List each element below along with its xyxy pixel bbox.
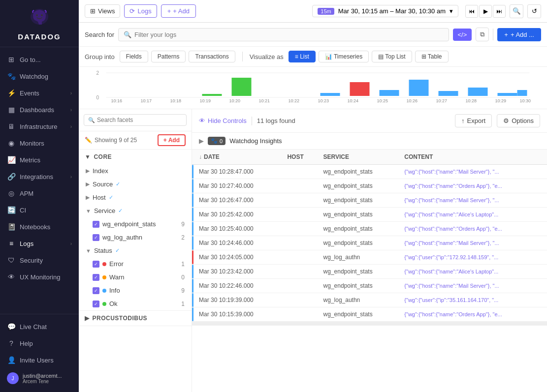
service-wg-endpoint[interactable]: ✓ wg_endpoint_stats 9 <box>79 217 192 231</box>
date-cell: Mar 30 10:24:05.000 <box>194 250 282 265</box>
user-profile[interactable]: J justin@arcemt... Arcem Tene <box>0 368 79 388</box>
viz-toplist-tab[interactable]: ▤ Top List <box>372 51 412 62</box>
viz-table-tab[interactable]: ⊞ Table <box>415 51 449 62</box>
table-row[interactable]: Mar 30 10:15:39.000 wg_endpoint_stats {"… <box>192 307 547 322</box>
ok-checkbox[interactable]: ✓ <box>93 301 99 307</box>
add-facet-button[interactable]: + Add <box>158 134 186 146</box>
table-row[interactable]: Mar 30 10:25:42.000 wg_endpoint_stats {"… <box>192 208 547 222</box>
content-cell[interactable]: {"wg":{"host":{"name":"Alice's Laptop"..… <box>399 265 547 279</box>
info-checkbox[interactable]: ✓ <box>93 287 99 294</box>
service-col-header[interactable]: SERVICE <box>319 150 400 165</box>
procustodibus-header[interactable]: ▶ PROCUSTODIBUS <box>79 311 192 326</box>
hide-controls-button[interactable]: 👁 Hide Controls <box>199 117 247 124</box>
options-button[interactable]: ⚙ Options <box>497 114 540 127</box>
time-range-picker[interactable]: 15m Mar 30, 10:15 am – Mar 30, 10:30 am … <box>312 5 458 17</box>
sidebar-item-infrastructure[interactable]: 🖥 Infrastructure › <box>0 118 79 135</box>
core-section-header[interactable]: ▼ CORE <box>79 150 192 164</box>
sidebar-item-security[interactable]: 🛡 Security <box>0 252 79 269</box>
status-warn[interactable]: ✓ Warn 0 <box>79 271 192 284</box>
content-cell[interactable]: {"wg":{"host":{"name":"Alice's Laptop"..… <box>399 208 547 222</box>
facet-source[interactable]: ▶ Source ✓ <box>79 178 192 191</box>
sidebar-item-logs[interactable]: ≡ Logs › <box>0 235 79 252</box>
content-cell[interactable]: {"wg":{"user":{"ip":"35.161.164.170", ".… <box>399 293 547 307</box>
status-ok[interactable]: ✓ Ok 1 <box>79 297 192 310</box>
sidebar-item-go-to...[interactable]: ⊞ Go to... <box>0 51 79 68</box>
error-checkbox[interactable]: ✓ <box>93 261 99 268</box>
copy-button[interactable]: ⧉ <box>476 28 489 41</box>
content-cell[interactable]: {"wg":{"host":{"name":"Mail Server"}, ".… <box>399 165 547 179</box>
zoom-out-button[interactable]: 🔍 <box>510 4 523 18</box>
warn-checkbox[interactable]: ✓ <box>93 274 99 281</box>
table-row[interactable]: Mar 30 10:25:40.000 wg_endpoint_stats {"… <box>192 222 547 236</box>
table-row[interactable]: Mar 30 10:24:05.000 wg_log_authn {"wg":{… <box>192 250 547 265</box>
table-row[interactable]: Mar 30 10:28:47.000 wg_endpoint_stats {"… <box>192 165 547 179</box>
viz-list-tab[interactable]: ≡ List <box>289 51 316 62</box>
facet-service-header[interactable]: ▼ Service ✓ <box>79 204 192 217</box>
sidebar-item-live-chat[interactable]: 💬 Live Chat <box>0 318 79 335</box>
time-range-text: Mar 30, 10:15 am – Mar 30, 10:30 am <box>338 7 446 15</box>
content-cell[interactable]: {"wg":{"user":{"ip":"172.92.148.159", ".… <box>399 250 547 265</box>
time-prev-prev-button[interactable]: ⏮ <box>465 5 478 18</box>
tab-transactions[interactable]: Transactions <box>189 51 235 62</box>
sidebar-item-help[interactable]: ? Help <box>0 335 79 352</box>
svg-rect-19 <box>468 88 488 96</box>
service-expand-icon: ▼ <box>86 208 91 214</box>
sidebar-item-monitors[interactable]: ◉ Monitors <box>0 135 79 151</box>
content-cell[interactable]: {"wg":{"host":{"name":"Mail Server"}, ".… <box>399 279 547 293</box>
table-row[interactable]: Mar 30 10:27:40.000 wg_endpoint_stats {"… <box>192 179 547 193</box>
sidebar-item-dashboards[interactable]: ▦ Dashboards › <box>0 101 79 118</box>
table-row[interactable]: Mar 30 10:26:47.000 wg_endpoint_stats {"… <box>192 193 547 208</box>
error-label: Error <box>109 260 124 268</box>
table-row[interactable]: Mar 30 10:24:46.000 wg_endpoint_stats {"… <box>192 236 547 250</box>
sidebar-item-metrics[interactable]: 📈 Metrics <box>0 151 79 168</box>
time-next-button[interactable]: ⏭ <box>493 5 506 18</box>
service-cell: wg_endpoint_stats <box>319 165 400 179</box>
sidebar-item-integrations[interactable]: 🔗 Integrations › <box>0 168 79 185</box>
table-row[interactable]: Mar 30 10:19:39.000 wg_log_authn {"wg":{… <box>192 293 547 307</box>
content-cell[interactable]: {"wg":{"host":{"name":"Orders App"}, "e.… <box>399 179 547 193</box>
sidebar-item-notebooks[interactable]: 📓 Notebooks <box>0 218 79 235</box>
svg-rect-14 <box>321 93 340 96</box>
export-button[interactable]: ↑ Export <box>455 114 492 127</box>
facet-index[interactable]: ▶ Index <box>79 164 192 178</box>
horizontal-scrollbar[interactable] <box>192 322 547 326</box>
add-main-button[interactable]: + + Add ... <box>497 28 541 41</box>
nav-label: Watchdog <box>20 73 72 80</box>
sidebar-item-invite-users[interactable]: 👤 Invite Users <box>0 352 79 368</box>
sidebar-item-watchdog[interactable]: 🐾 Watchdog <box>0 68 79 85</box>
viz-timeseries-tab[interactable]: 📊 Timeseries <box>319 51 369 62</box>
content-col-header[interactable]: CONTENT <box>399 150 547 165</box>
date-col-header[interactable]: ↓ DATE <box>194 150 282 165</box>
content-cell[interactable]: {"wg":{"host":{"name":"Orders App"}, "e.… <box>399 307 547 322</box>
content-cell[interactable]: {"wg":{"host":{"name":"Mail Server"}, ".… <box>399 193 547 208</box>
content-cell[interactable]: {"wg":{"host":{"name":"Mail Server"}, ".… <box>399 236 547 250</box>
tab-patterns[interactable]: Patterns <box>151 51 186 62</box>
code-button[interactable]: </> <box>453 29 472 41</box>
sidebar-item-apm[interactable]: ◎ APM <box>0 185 79 202</box>
facets-search-input[interactable] <box>97 117 182 123</box>
sidebar-item-ux-monitoring[interactable]: 👁 UX Monitoring <box>0 269 79 285</box>
sidebar-item-ci[interactable]: 🔄 CI <box>0 202 79 218</box>
logs-button[interactable]: ⟳ Logs <box>124 4 157 18</box>
service-wg-authn[interactable]: ✓ wg_log_authn 2 <box>79 231 192 244</box>
time-prev-button[interactable]: ▶ <box>479 5 492 18</box>
facet-status-header[interactable]: ▼ Status ✓ <box>79 244 192 257</box>
table-row[interactable]: Mar 30 10:23:42.000 wg_endpoint_stats {"… <box>192 265 547 279</box>
status-error[interactable]: ✓ Error 1 <box>79 257 192 271</box>
search-input[interactable] <box>134 31 444 38</box>
host-col-header[interactable]: HOST <box>282 150 318 165</box>
status-info[interactable]: ✓ Info 9 <box>79 284 192 297</box>
facet-host[interactable]: ▶ Host ✓ <box>79 191 192 204</box>
toplist-icon: ▤ <box>378 53 385 60</box>
add-button[interactable]: + + Add <box>161 4 196 18</box>
wg-endpoint-checkbox[interactable]: ✓ <box>93 221 99 228</box>
nav-arrow-icon: › <box>70 124 72 129</box>
table-row[interactable]: Mar 30 10:22:46.000 wg_endpoint_stats {"… <box>192 279 547 293</box>
sidebar-item-events[interactable]: ⚡ Events › <box>0 85 79 101</box>
refresh-button[interactable]: ↺ <box>527 4 541 18</box>
watchdog-expand-icon[interactable]: ▶ <box>199 137 204 145</box>
content-cell[interactable]: {"wg":{"host":{"name":"Orders App"}, "e.… <box>399 222 547 236</box>
views-button[interactable]: ⊞ Views <box>85 4 120 18</box>
wg-authn-checkbox[interactable]: ✓ <box>93 234 99 241</box>
tab-fields[interactable]: Fields <box>120 51 148 62</box>
